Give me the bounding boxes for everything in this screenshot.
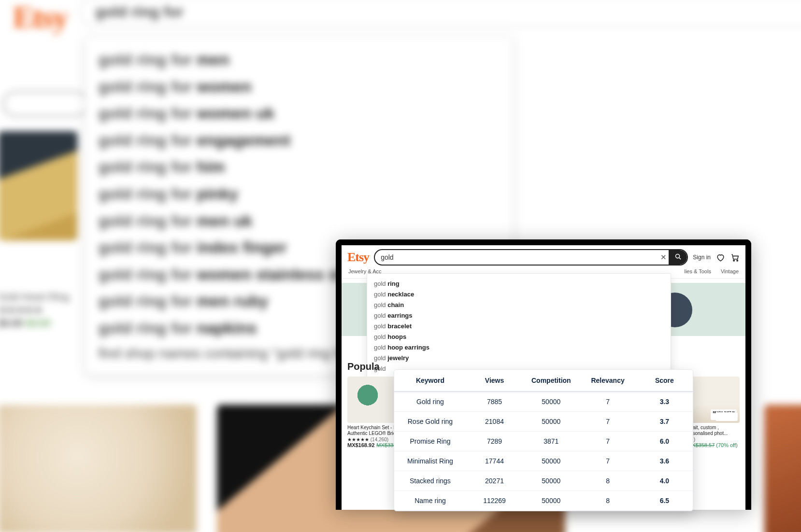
autocomplete-item[interactable]: gold ring	[374, 279, 664, 289]
table-cell-keyword: Name ring	[394, 491, 466, 510]
autocomplete-item[interactable]: gold bracelet	[374, 321, 664, 332]
table-cell-score: 3.6	[636, 451, 693, 471]
autocomplete-item[interactable]: gold jewelry	[374, 353, 664, 364]
autocomplete-item[interactable]: gold ring for pinky	[99, 181, 500, 208]
table-cell-views: 112269	[466, 491, 523, 510]
search-icon	[674, 253, 682, 262]
table-header-cell: Relevancy	[579, 370, 636, 391]
table-cell-keyword: Minimalist Ring	[394, 451, 466, 471]
search-button[interactable]	[669, 250, 687, 265]
autocomplete-item[interactable]: gold necklace	[374, 289, 664, 300]
table-cell-views: 7289	[466, 432, 523, 451]
overlay-search-input[interactable]	[375, 253, 658, 261]
table-cell-relevancy: 8	[579, 491, 636, 510]
table-cell-score: 6.5	[636, 491, 693, 510]
product-price: MX$358.57(70% off)	[686, 442, 740, 448]
table-header-cell: Keyword	[394, 370, 466, 391]
table-row[interactable]: Gold ring78855000073.3	[394, 392, 693, 412]
overlay-etsy-logo[interactable]: Etsy	[347, 250, 369, 265]
svg-point-0	[675, 254, 679, 258]
svg-line-1	[679, 257, 680, 259]
table-cell-score: 6.0	[636, 432, 693, 451]
table-cell-keyword: Stacked rings	[394, 471, 466, 490]
star-rating: 821)	[686, 437, 740, 442]
nav-item-right2[interactable]: Vintage	[721, 268, 739, 274]
autocomplete-item[interactable]: gold chain	[374, 300, 664, 310]
table-cell-score: 3.3	[636, 392, 693, 411]
etsy-logo: Etsy	[13, 0, 67, 35]
table-header-row: KeywordViewsCompetitionRelevancyScore	[394, 370, 693, 392]
overlay-header: Etsy ✕ Sign in	[342, 245, 745, 268]
table-row[interactable]: Promise Ring7289387176.0	[394, 432, 693, 451]
table-row[interactable]: Rose Gold ring210845000073.7	[394, 412, 693, 432]
product-card-2[interactable]: READY JUST IN 6 HRS ortrait, custom , pe…	[686, 377, 740, 448]
table-cell-competition: 50000	[523, 451, 579, 471]
nav-item-right1[interactable]: lies & Tools	[684, 268, 711, 274]
table-row[interactable]: Stacked rings202715000084.0	[394, 471, 693, 491]
table-cell-score: 4.0	[636, 471, 693, 490]
autocomplete-item[interactable]: gold earrings	[374, 310, 664, 321]
table-cell-relevancy: 8	[579, 471, 636, 490]
svg-point-2	[733, 260, 734, 261]
bg-product-thumb-1	[0, 131, 78, 241]
table-cell-views: 20271	[466, 471, 523, 490]
table-cell-relevancy: 7	[579, 412, 636, 431]
table-cell-relevancy: 7	[579, 432, 636, 451]
table-cell-views: 7885	[466, 392, 523, 411]
table-header-cell: Competition	[523, 370, 579, 391]
table-cell-competition: 50000	[523, 392, 579, 411]
autocomplete-item[interactable]: gold ring for women	[99, 73, 500, 100]
autocomplete-item[interactable]: gold hoops	[374, 332, 664, 342]
table-cell-competition: 3871	[523, 432, 579, 451]
product-title: ortrait, custom , personalised phot...	[686, 425, 740, 436]
table-cell-competition: 50000	[523, 471, 579, 490]
autocomplete-item[interactable]: gold ring for women uk	[99, 100, 500, 127]
table-cell-relevancy: 7	[579, 392, 636, 411]
table-header-cell: Score	[636, 370, 693, 391]
autocomplete-item[interactable]: gold ring for engagement	[99, 127, 500, 154]
favorites-heart-icon[interactable]	[715, 252, 725, 262]
product-image: READY JUST IN 6 HRS	[686, 377, 740, 423]
autocomplete-item[interactable]: gold ring for men	[99, 46, 500, 73]
autocomplete-item[interactable]: gold ring for him	[99, 154, 500, 181]
clear-icon[interactable]: ✕	[658, 253, 669, 262]
table-cell-views: 21084	[466, 412, 523, 431]
svg-point-3	[737, 260, 738, 261]
table-row[interactable]: Name ring1122695000086.5	[394, 491, 693, 511]
bg-product-thumb-2	[0, 405, 197, 532]
table-row[interactable]: Minimalist Ring177445000073.6	[394, 451, 693, 471]
table-header-cell: Views	[466, 370, 523, 391]
table-cell-keyword: Gold ring	[394, 392, 466, 411]
autocomplete-item[interactable]: gold hoop earrings	[374, 342, 664, 353]
table-cell-keyword: Promise Ring	[394, 432, 466, 451]
table-cell-relevancy: 7	[579, 451, 636, 471]
table-cell-competition: 50000	[523, 491, 579, 510]
sign-in-link[interactable]: Sign in	[693, 254, 711, 261]
table-cell-score: 3.7	[636, 412, 693, 431]
cart-icon[interactable]	[730, 252, 740, 262]
bg-search-input: gold ring for	[80, 0, 801, 27]
keyword-metrics-table: KeywordViewsCompetitionRelevancyScore Go…	[394, 369, 693, 511]
bg-product-thumb-4	[764, 405, 801, 532]
table-cell-keyword: Rose Gold ring	[394, 412, 466, 431]
bg-filter-pill	[3, 91, 87, 116]
ready-badge: READY JUST IN 6 HRS	[711, 409, 737, 420]
bg-search-value: gold ring for	[96, 3, 184, 20]
table-cell-competition: 50000	[523, 412, 579, 431]
overlay-search: ✕	[374, 249, 688, 266]
popular-heading: Popula	[347, 361, 380, 372]
bg-product-caption: Gold Heart Ring ★★★★★ $0.00$0.00	[0, 290, 87, 329]
table-cell-views: 17744	[466, 451, 523, 471]
autocomplete-item[interactable]: gold ring for men uk	[99, 207, 500, 234]
